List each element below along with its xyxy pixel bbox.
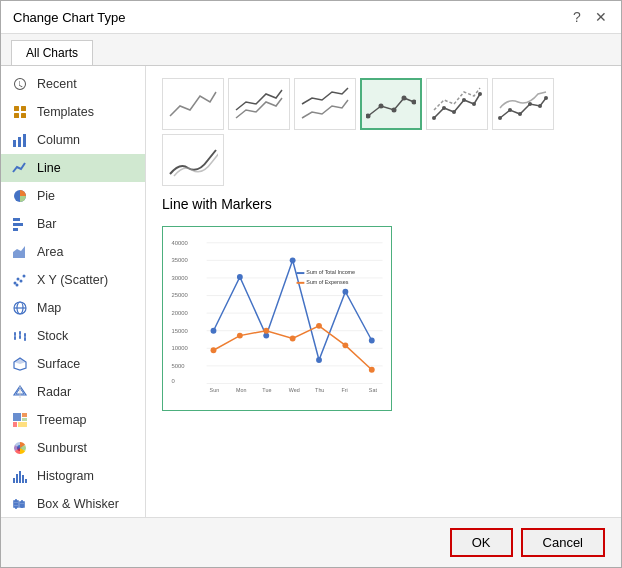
chart-variant-100-stacked-line[interactable] [294,78,356,130]
close-button[interactable]: ✕ [593,9,609,25]
svg-point-13 [17,278,20,281]
svg-rect-0 [14,106,19,111]
sidebar-item-pie[interactable]: Pie [1,182,145,210]
title-bar-right: ? ✕ [569,9,609,25]
svg-text:Sun: Sun [210,387,220,393]
sidebar-label-box-whisker: Box & Whisker [37,497,119,511]
sidebar-label-map: Map [37,301,61,315]
svg-point-64 [402,96,407,101]
svg-point-77 [544,96,548,100]
chart-variant-3d-line[interactable] [162,134,224,186]
svg-text:Tue: Tue [262,387,271,393]
svg-point-70 [472,102,476,106]
svg-rect-10 [13,228,18,231]
svg-rect-33 [13,413,21,421]
svg-text:40000: 40000 [171,240,188,246]
svg-point-72 [498,116,502,120]
svg-point-108 [342,342,348,348]
sidebar-item-map[interactable]: Map [1,294,145,322]
svg-text:30000: 30000 [171,275,188,281]
svg-point-71 [478,92,482,96]
sidebar-label-sunburst: Sunburst [37,441,87,455]
svg-rect-8 [13,218,20,221]
svg-text:15000: 15000 [171,328,188,334]
svg-rect-117 [297,272,305,274]
selected-chart-type-label: Line with Markers [162,196,605,212]
svg-rect-40 [16,474,18,483]
help-button[interactable]: ? [569,9,585,25]
svg-point-96 [211,328,217,334]
svg-point-14 [20,280,23,283]
bar-icon [11,215,29,233]
svg-point-66 [432,116,436,120]
svg-rect-5 [18,137,21,147]
svg-rect-37 [18,422,27,427]
chart-variant-stacked-line[interactable] [228,78,290,130]
svg-rect-41 [19,471,21,483]
tab-all-charts[interactable]: All Charts [11,40,93,65]
svg-rect-119 [297,282,305,284]
sidebar-label-recent: Recent [37,77,77,91]
content-area: Recent Templates Column Li [1,66,621,517]
svg-text:20000: 20000 [171,310,188,316]
histogram-icon [11,467,29,485]
sidebar-item-surface[interactable]: Surface [1,350,145,378]
svg-rect-35 [22,418,27,421]
sidebar-item-stock[interactable]: Stock [1,322,145,350]
sidebar-item-xy-scatter[interactable]: X Y (Scatter) [1,266,145,294]
sidebar-label-column: Column [37,133,80,147]
svg-point-73 [508,108,512,112]
treemap-icon [11,411,29,429]
sidebar-item-bar[interactable]: Bar [1,210,145,238]
svg-point-109 [369,367,375,373]
sidebar-item-sunburst[interactable]: Sunburst [1,434,145,462]
svg-rect-1 [21,106,26,111]
ok-button[interactable]: OK [450,528,513,557]
change-chart-dialog: Change Chart Type ? ✕ All Charts Recent [0,0,622,568]
sidebar-label-bar: Bar [37,217,56,231]
svg-point-63 [392,108,397,113]
svg-text:Fri: Fri [341,387,347,393]
title-bar-left: Change Chart Type [13,10,126,25]
sidebar-label-xy-scatter: X Y (Scatter) [37,273,108,287]
chart-variant-line-simple[interactable] [162,78,224,130]
svg-text:5000: 5000 [171,363,185,369]
column-icon [11,131,29,149]
chart-variants [162,78,605,186]
chart-variant-100-stacked-line-markers[interactable] [492,78,554,130]
svg-text:10000: 10000 [171,345,188,351]
sidebar-item-area[interactable]: Area [1,238,145,266]
map-icon [11,299,29,317]
sidebar-item-column[interactable]: Column [1,126,145,154]
svg-rect-3 [21,113,26,118]
sidebar-label-treemap: Treemap [37,413,87,427]
sidebar-item-box-whisker[interactable]: Box & Whisker [1,490,145,517]
svg-point-107 [316,323,322,329]
sidebar-item-templates[interactable]: Templates [1,98,145,126]
cancel-button[interactable]: Cancel [521,528,605,557]
sidebar-label-histogram: Histogram [37,469,94,483]
sidebar-label-radar: Radar [37,385,71,399]
svg-rect-42 [22,475,24,483]
svg-rect-6 [23,134,26,147]
sidebar-item-histogram[interactable]: Histogram [1,462,145,490]
sidebar-item-treemap[interactable]: Treemap [1,406,145,434]
sidebar-item-radar[interactable]: Radar [1,378,145,406]
chart-variant-stacked-line-markers[interactable] [426,78,488,130]
svg-point-106 [290,336,296,342]
recent-icon [11,75,29,93]
chart-variant-line-markers[interactable] [360,78,422,130]
svg-rect-4 [13,140,16,147]
pie-icon [11,187,29,205]
tab-bar: All Charts [1,34,621,66]
svg-point-104 [237,333,243,339]
sidebar-item-recent[interactable]: Recent [1,70,145,98]
svg-point-105 [263,328,269,334]
sidebar-item-line[interactable]: Line [1,154,145,182]
svg-text:25000: 25000 [171,292,188,298]
svg-point-76 [538,104,542,108]
svg-rect-36 [13,422,17,427]
svg-marker-30 [14,358,26,364]
svg-rect-34 [22,413,27,417]
svg-text:Thu: Thu [315,387,324,393]
